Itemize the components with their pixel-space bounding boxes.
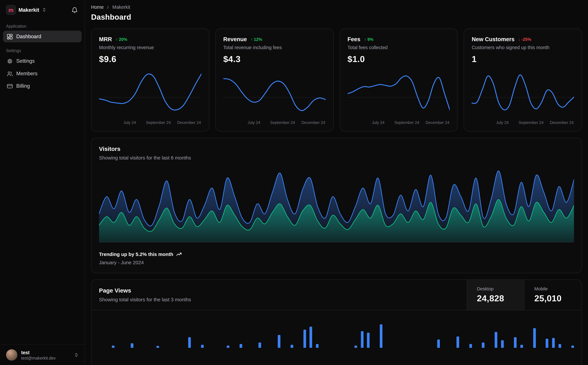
page-title: Dashboard: [91, 13, 582, 22]
visitors-card: Visitors Showing total visitors for the …: [91, 138, 582, 273]
sidebar-item-members[interactable]: Members: [3, 68, 82, 79]
stat-value: $1.0: [347, 54, 450, 64]
sparkline-wrap: [472, 70, 574, 118]
x-tick: December 24: [301, 120, 325, 125]
desktop-toggle[interactable]: Desktop 24,828: [467, 280, 524, 310]
trend-value: -25%: [521, 37, 531, 41]
visitors-footer: Trending up by 5.2% this month January -…: [99, 251, 574, 265]
x-tick: September 24: [146, 120, 171, 125]
bar: [533, 328, 536, 348]
sidebar-nav: Application Dashboard Settings Settings: [0, 19, 85, 93]
bar: [258, 343, 261, 348]
user-info: test test@makerkit.dev: [21, 350, 55, 360]
user-menu[interactable]: test test@makerkit.dev: [0, 344, 85, 365]
x-tick: September 24: [519, 120, 544, 125]
bar: [240, 344, 242, 348]
trend-badge: ↓-25%: [518, 37, 531, 41]
makerkit-logo: m: [6, 5, 16, 15]
stat-title: New Customers: [472, 36, 515, 42]
stat-title: Fees: [347, 36, 360, 42]
trend-value: 20%: [119, 37, 127, 41]
page-views-header: Page Views Showing total visitors for th…: [91, 280, 581, 310]
breadcrumb-home-link[interactable]: Home: [91, 5, 104, 10]
bar: [188, 337, 191, 348]
bar: [361, 331, 363, 348]
bar: [546, 339, 548, 348]
stat-card-fees: Fees ↑9% Total fees collected $1.0 July …: [339, 28, 458, 132]
chevron-right-icon: [106, 5, 110, 9]
stat-subtitle: Total revenue including fees: [223, 45, 326, 50]
x-tick: July 24: [123, 120, 136, 125]
bar: [278, 335, 280, 348]
x-tick: September 24: [270, 120, 295, 125]
stat-value: $4.3: [223, 54, 326, 64]
x-tick: July 24: [496, 120, 509, 125]
stat-cards-row: MRR ↑20% Monthly recurring revenue $9.6 …: [91, 28, 582, 132]
user-email: test@makerkit.dev: [21, 356, 55, 360]
nav-section-label: Application: [3, 20, 82, 31]
notifications-bell-button[interactable]: [71, 6, 79, 14]
bar: [354, 345, 357, 348]
trend-badge: ↑9%: [364, 37, 374, 41]
desktop-toggle-label: Desktop: [477, 286, 494, 292]
trend-up-icon: ↑: [364, 37, 366, 41]
trend-down-icon: ↓: [518, 37, 520, 41]
bar: [131, 343, 134, 348]
visitors-trend-line: Trending up by 5.2% this month: [99, 251, 574, 257]
bell-icon: [71, 7, 78, 13]
workspace-switcher[interactable]: m Makerkit: [0, 0, 85, 19]
trend-value: 9%: [367, 37, 373, 41]
users-icon: [7, 70, 13, 77]
user-name: test: [21, 350, 55, 356]
sidebar-item-billing[interactable]: Billing: [3, 80, 82, 92]
bar: [520, 345, 523, 348]
app-root: m Makerkit Application Dashboard Set: [0, 0, 588, 365]
sidebar-item-label: Settings: [16, 58, 35, 64]
bar: [457, 336, 459, 348]
sidebar-item-dashboard[interactable]: Dashboard: [3, 31, 82, 42]
bar: [571, 345, 574, 348]
sparkline-wrap: [99, 70, 201, 118]
stat-header: MRR ↑20%: [99, 36, 201, 42]
new-customers-sparkline-chart: [472, 70, 574, 118]
visitors-trend-text: Trending up by 5.2% this month: [99, 251, 173, 257]
sidebar-item-label: Members: [16, 71, 38, 76]
trend-badge: ↑20%: [116, 37, 127, 41]
stat-value: 1: [472, 54, 574, 64]
visitors-date-range: January - June 2024: [99, 260, 574, 265]
avatar: [6, 349, 18, 361]
bar: [303, 330, 306, 348]
stat-card-revenue: Revenue ↑12% Total revenue including fee…: [215, 28, 334, 132]
stat-header: Revenue ↑12%: [223, 36, 326, 42]
stat-card-mrr: MRR ↑20% Monthly recurring revenue $9.6 …: [91, 28, 209, 132]
x-tick: July 24: [248, 120, 260, 125]
trend-badge: ↑12%: [251, 37, 262, 41]
x-axis-labels: July 24 September 24 December 24: [472, 120, 574, 126]
bar: [559, 344, 561, 348]
stat-subtitle: Total fees collected: [347, 45, 450, 50]
sidebar-item-label: Billing: [16, 83, 30, 89]
bar: [156, 346, 159, 348]
visitors-title: Visitors: [99, 146, 574, 152]
x-tick: December 24: [550, 120, 574, 125]
sidebar-item-settings[interactable]: Settings: [3, 55, 82, 67]
breadcrumb: Home Makerkit: [91, 5, 582, 10]
mobile-toggle[interactable]: Mobile 25,010: [524, 280, 581, 310]
breadcrumb-current: Makerkit: [112, 5, 130, 10]
chevrons-up-down-icon: [42, 8, 46, 12]
sidebar-item-label: Dashboard: [16, 34, 41, 39]
bar: [552, 338, 555, 348]
nav-section-label: Settings: [3, 45, 82, 55]
bar: [316, 344, 319, 348]
stat-title: MRR: [99, 36, 112, 42]
bar: [112, 345, 114, 348]
x-axis-labels: July 24 September 24 December 24: [223, 120, 326, 126]
stat-subtitle: Customers who signed up this month: [472, 45, 574, 50]
x-tick: September 24: [394, 120, 419, 125]
revenue-sparkline-chart: [223, 70, 326, 118]
x-tick: December 24: [426, 120, 450, 125]
visitors-area-chart: [99, 168, 574, 242]
bar: [367, 333, 370, 348]
credit-card-icon: [7, 83, 13, 89]
visitors-subtitle: Showing total visitors for the last 6 mo…: [99, 155, 574, 161]
